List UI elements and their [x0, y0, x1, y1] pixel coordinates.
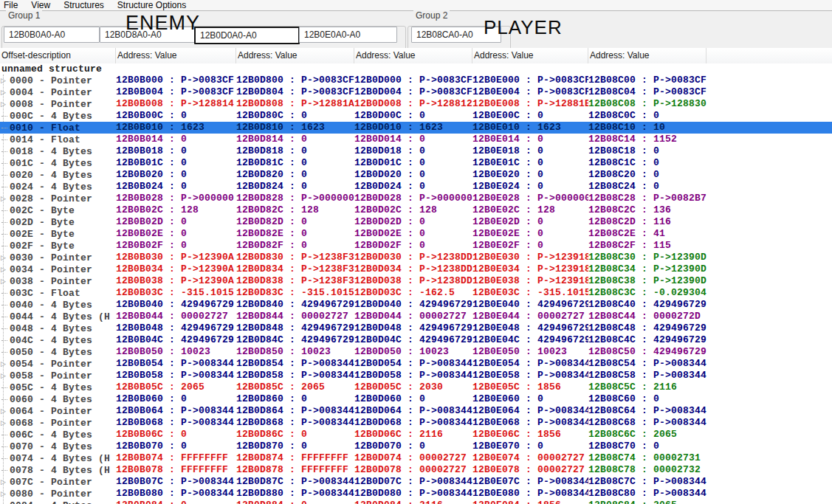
address-value-cell[interactable]: 12B08C40 : 429496729 [588, 299, 706, 311]
address-value-cell[interactable]: 12B0D060 : 0 [354, 393, 472, 405]
address-value-cell[interactable]: 12B0E020 : 0 [472, 169, 588, 181]
menu-item-file[interactable]: File [0, 0, 24, 10]
table-row[interactable]: ▷0030 - Pointer12B0B030 : P->12390A12B0D… [0, 252, 832, 263]
address-value-cell[interactable]: 12B0D820 : 0 [236, 169, 354, 181]
address-value-cell[interactable]: 12B0D810 : 1623 [236, 122, 354, 134]
table-row[interactable]: 0078 - 4 Bytes (H12B0B078 : FFFFFFFF12B0… [0, 464, 832, 476]
expand-arrow-icon[interactable]: ▷ [0, 370, 10, 382]
table-row[interactable]: ▷0000 - Pointer12B0B000 : P->0083CF12B0D… [0, 75, 832, 86]
address-value-cell[interactable]: 12B0B000 : P->0083CF [116, 75, 236, 86]
address-value-cell[interactable]: 12B0D074 : 00002727 [354, 452, 472, 464]
address-value-cell[interactable]: 12B0E02E : 0 [472, 228, 588, 240]
address-value-cell[interactable]: 12B08C6C : 2065 [588, 429, 706, 441]
menu-item-structures[interactable]: Structures [57, 0, 111, 10]
expand-arrow-icon[interactable]: ▷ [0, 75, 6, 86]
address-value-cell[interactable]: 12B08C24 : 0 [588, 181, 706, 193]
address-value-cell[interactable]: 12B0B054 : P->008344 [116, 358, 236, 370]
table-row[interactable]: ▷0080 - Pointer12B0B080 : P->00834412B0D… [0, 488, 832, 500]
address-value-cell[interactable]: 12B08C1C : 0 [588, 157, 706, 169]
address-value-cell[interactable]: 12B0D00C : 0 [354, 110, 472, 122]
address-value-cell[interactable]: 12B0D830 : P->1238F3 [236, 252, 354, 263]
table-row[interactable]: 002E - Byte12B0B02E : 012B0D82E : 012B0D… [0, 228, 832, 240]
expand-arrow-icon[interactable]: ▷ [0, 488, 10, 500]
address-value-cell[interactable]: 12B0D844 : 00002727 [236, 311, 354, 322]
address-value-cell[interactable]: 12B0D840 : 429496729 [236, 299, 354, 311]
address-value-cell[interactable]: 12B0E048 : 429496729 [472, 322, 588, 334]
header-address-value-4[interactable]: Address: Value [472, 48, 588, 63]
address-value-cell[interactable]: 12B0D040 : 429496729 [354, 299, 472, 311]
header-address-value-3[interactable]: Address: Value [354, 48, 472, 63]
address-value-cell[interactable]: 12B0B06C : 0 [116, 429, 236, 441]
table-row[interactable]: 0024 - 4 Bytes12B0B024 : 012B0D824 : 012… [0, 181, 832, 193]
address-value-cell[interactable]: 12B0D084 : 2116 [354, 500, 472, 504]
expand-arrow-icon[interactable]: ▷ [0, 358, 10, 370]
table-row[interactable]: ▷0008 - Pointer12B0B008 : P->12881412B0D… [0, 98, 832, 110]
address-value-cell[interactable]: 12B0B034 : P->12390A [116, 263, 236, 275]
address-value-cell[interactable]: 12B0D82C : 128 [236, 204, 354, 216]
address-value-cell[interactable]: 12B0D850 : 10023 [236, 346, 354, 358]
address-value-cell[interactable]: 12B0B02E : 0 [116, 228, 236, 240]
menu-item-structure-options[interactable]: Structure Options [111, 0, 193, 10]
address-value-cell[interactable]: 12B08C80 : P->008344 [588, 488, 706, 500]
table-row[interactable]: 005C - 4 Bytes12B0B05C : 206512B0D85C : … [0, 382, 832, 393]
header-address-value-2[interactable]: Address: Value [236, 48, 354, 63]
address-value-cell[interactable]: 12B0B058 : P->008344 [116, 370, 236, 382]
address-value-cell[interactable]: 12B0D800 : P->0083CF [236, 75, 354, 86]
address-value-cell[interactable]: 12B08C38 : P->12390D [588, 275, 706, 287]
address-value-cell[interactable]: 12B0B02D : 0 [116, 216, 236, 228]
address-value-cell[interactable]: 12B08C14 : 1152 [588, 134, 706, 145]
address-value-cell[interactable]: 12B0D82F : 0 [236, 240, 354, 252]
expand-arrow-icon[interactable]: ▷ [0, 86, 10, 98]
address-value-cell[interactable]: 12B0D880 : P->008344 [236, 488, 354, 500]
address-value-cell[interactable]: 12B0B02C : 128 [116, 204, 236, 216]
expand-arrow-icon[interactable]: ▷ [0, 417, 10, 429]
address-value-cell[interactable]: 12B0E040 : 429496729 [472, 299, 588, 311]
address-value-cell[interactable]: 12B08C20 : 0 [588, 169, 706, 181]
address-value-cell[interactable]: 12B0B068 : P->008344 [116, 417, 236, 429]
address-value-cell[interactable]: 12B0D014 : 0 [354, 134, 472, 145]
table-row[interactable]: ▷0058 - Pointer12B0B058 : P->00834412B0D… [0, 370, 832, 382]
address-value-cell[interactable]: 12B0B084 : 0 [116, 500, 236, 504]
address-value-cell[interactable]: 12B0E058 : P->008344 [472, 370, 588, 382]
address-value-cell[interactable]: 12B0E038 : P->123918 [472, 275, 588, 287]
address-value-cell[interactable]: 12B08C2F : 115 [588, 240, 706, 252]
address-value-cell[interactable]: 12B0D834 : P->1238F3 [236, 263, 354, 275]
expand-arrow-icon[interactable]: ▷ [0, 86, 6, 98]
address-value-cell[interactable]: 12B0B078 : FFFFFFFF [116, 464, 236, 476]
expand-arrow-icon[interactable]: ▷ [0, 98, 10, 110]
address-value-cell[interactable]: 12B0B004 : P->0083CF [116, 86, 236, 98]
table-row[interactable]: 0070 - 4 Bytes12B0B070 : 012B0D870 : 012… [0, 441, 832, 452]
address-value-cell[interactable]: 12B0D02F : 0 [354, 240, 472, 252]
address-value-cell[interactable]: 12B08C0C : 0 [588, 110, 706, 122]
address-value-cell[interactable]: 12B0B07C : P->008344 [116, 476, 236, 488]
address-value-cell[interactable]: 12B0E060 : 0 [472, 393, 588, 405]
address-value-cell[interactable]: 12B0B03C : -315.1015 [116, 287, 236, 299]
address-value-cell[interactable]: 12B0D04C : 429496729 [354, 334, 472, 346]
address-value-cell[interactable]: 12B0E064 : P->008344 [472, 405, 588, 417]
address-value-cell[interactable]: 12B0E01C : 0 [472, 157, 588, 169]
table-row[interactable]: 004C - 4 Bytes12B0B04C : 42949672912B0D8… [0, 334, 832, 346]
address-value-cell[interactable]: 12B0D064 : P->008344 [354, 405, 472, 417]
address-value-cell[interactable]: 12B0B00C : 0 [116, 110, 236, 122]
address-value-cell[interactable]: 12B0D02C : 128 [354, 204, 472, 216]
address-value-cell[interactable]: 12B0D030 : P->1238DD [354, 252, 472, 263]
address-value-cell[interactable]: 12B08C34 : P->12390D [588, 263, 706, 275]
address-value-cell[interactable]: 12B0E06C : 1856 [472, 429, 588, 441]
address-value-cell[interactable]: 12B0B030 : P->12390A [116, 252, 236, 263]
address-value-cell[interactable]: 12B08C44 : 0000272D [588, 311, 706, 322]
address-value-cell[interactable]: 12B0B014 : 0 [116, 134, 236, 145]
address-value-cell[interactable]: 12B0D058 : P->008344 [354, 370, 472, 382]
address-value-cell[interactable]: 12B0D03C : -162.5 [354, 287, 472, 299]
table-row[interactable]: 0020 - 4 Bytes12B0B020 : 012B0D820 : 012… [0, 169, 832, 181]
expand-arrow-icon[interactable]: ▷ [0, 476, 6, 488]
address-value-cell[interactable]: 12B0E04C : 429496729 [472, 334, 588, 346]
address-value-cell[interactable]: 12B0D874 : FFFFFFFF [236, 452, 354, 464]
table-row[interactable]: ▷0064 - Pointer12B0B064 : P->00834412B0D… [0, 405, 832, 417]
expand-arrow-icon[interactable]: ▷ [0, 98, 6, 110]
address-value-cell[interactable]: 12B0D864 : P->008344 [236, 405, 354, 417]
address-value-cell[interactable]: 12B08C68 : P->008344 [588, 417, 706, 429]
expand-arrow-icon[interactable]: ▷ [0, 193, 10, 204]
table-row[interactable]: ▷007C - Pointer12B0B07C : P->00834412B0D… [0, 476, 832, 488]
address-value-cell[interactable]: 12B0D008 : P->128812 [354, 98, 472, 110]
address-value-cell[interactable]: 12B0E084 : 1856 [472, 500, 588, 504]
